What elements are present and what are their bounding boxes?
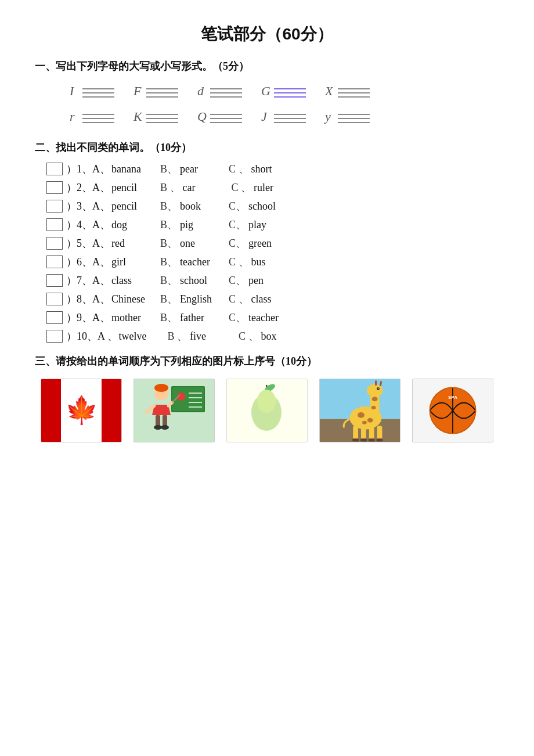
image-pear	[226, 379, 308, 442]
svg-point-25	[358, 412, 365, 418]
letter-item-I: I	[70, 84, 116, 99]
answer-bracket[interactable]	[46, 255, 63, 268]
image-giraffe	[319, 379, 400, 442]
letters-grid: I F d G	[70, 84, 499, 124]
list-item: ）8、 A、Chinese B、English C 、class	[46, 293, 499, 305]
svg-point-9	[154, 384, 168, 392]
svg-line-3	[181, 390, 182, 393]
letter-item-y: y	[325, 109, 371, 124]
letters-row-2: r K Q J	[70, 109, 499, 124]
svg-point-16	[161, 425, 169, 430]
letter-item-r: r	[70, 109, 116, 124]
teacher-illustration-icon	[139, 380, 209, 441]
svg-rect-1	[172, 387, 204, 411]
svg-point-15	[154, 425, 162, 430]
svg-text:SPA: SPA	[448, 395, 457, 400]
answer-bracket[interactable]	[46, 293, 63, 305]
vocab-list: ）1、 A、banana B、pear C 、short ）2、 A、penci…	[46, 163, 499, 343]
svg-point-29	[372, 397, 378, 401]
answer-bracket[interactable]	[46, 181, 63, 194]
maple-leaf-icon: 🍁	[65, 397, 98, 424]
svg-line-35	[380, 382, 381, 386]
letter-item-J: J	[261, 109, 308, 124]
svg-rect-40	[352, 438, 359, 441]
answer-bracket[interactable]	[46, 218, 63, 231]
section2-title: 二、找出不同类的单词。（10分）	[35, 141, 499, 154]
pear-icon	[241, 380, 293, 441]
list-item: ）10、 A 、twelve B 、five C 、box	[46, 330, 499, 343]
section3-title: 三、请按给出的单词顺序为下列相应的图片标上序号（10分）	[35, 354, 499, 368]
svg-rect-42	[369, 438, 375, 441]
list-item: ）4、 A、dog B、pig C、play	[46, 218, 499, 231]
answer-bracket[interactable]	[46, 311, 63, 324]
giraffe-icon	[320, 379, 400, 442]
answer-bracket[interactable]	[46, 200, 63, 213]
svg-point-27	[362, 421, 367, 424]
list-item: ）2、 A、pencil B 、car C 、ruler	[46, 181, 499, 194]
letter-item-X: X	[325, 84, 371, 99]
svg-rect-41	[360, 438, 367, 441]
svg-point-21	[257, 390, 276, 413]
list-item: ）7、 A、class B、school C、pen	[46, 274, 499, 287]
svg-point-33	[378, 388, 380, 389]
list-item: ）9、 A、mother B、father C、teacher	[46, 311, 499, 324]
letter-item-K: K	[134, 109, 180, 124]
letter-item-G: G	[261, 84, 308, 99]
svg-point-30	[371, 406, 376, 409]
answer-bracket[interactable]	[46, 163, 63, 175]
image-canada-flag: 🍁	[41, 379, 122, 442]
list-item: ）5、 A、red B、one C、green	[46, 237, 499, 250]
image-teacher	[134, 379, 215, 442]
image-basketball: SPA	[412, 379, 493, 442]
section1-title: 一、写出下列字母的大写或小写形式。（5分）	[35, 59, 499, 73]
svg-rect-43	[377, 438, 383, 441]
answer-bracket[interactable]	[46, 274, 63, 287]
answer-bracket[interactable]	[46, 237, 63, 250]
letter-item-F: F	[134, 84, 180, 99]
images-row: 🍁	[41, 379, 499, 442]
list-item: ）6、 A、girl B、teacher C 、bus	[46, 255, 499, 268]
letter-item-d: d	[197, 84, 244, 99]
page-title: 笔试部分（60分）	[35, 23, 499, 45]
basketball-icon: SPA	[427, 384, 479, 437]
letter-item-Q: Q	[197, 109, 244, 124]
svg-point-32	[377, 387, 380, 390]
letters-row-1: I F d G	[70, 84, 499, 99]
list-item: ）1、 A、banana B、pear C 、short	[46, 163, 499, 175]
list-item: ）3、 A、pencil B、book C、school	[46, 200, 499, 213]
answer-bracket[interactable]	[46, 330, 63, 343]
